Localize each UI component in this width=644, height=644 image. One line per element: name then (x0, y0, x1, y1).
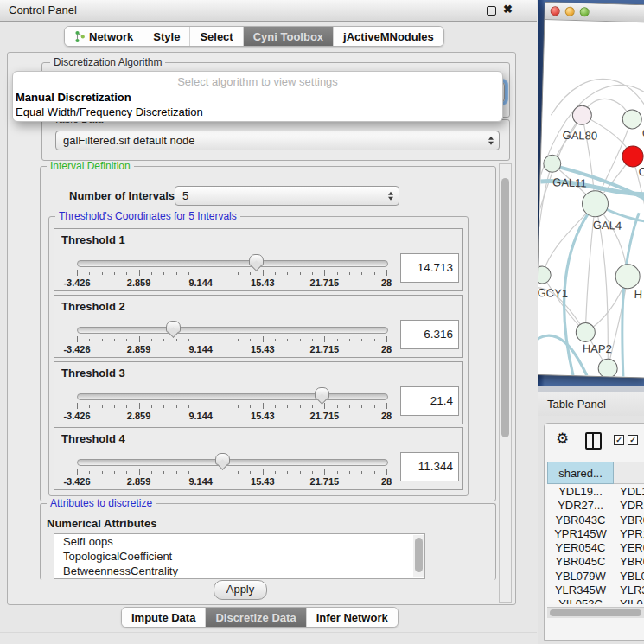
list-scrollbar[interactable] (413, 535, 424, 577)
column-header-n[interactable]: n (614, 462, 644, 484)
tick-mark (214, 405, 214, 408)
cell-name: YIL0 (620, 597, 643, 604)
axis-tick-label: 21.715 (310, 411, 340, 421)
threshold-value-field[interactable]: 11.344 (400, 452, 459, 481)
tab-cyni-toolbox[interactable]: Cyni Toolbox (244, 27, 334, 46)
axis-tick-label: 2.859 (127, 344, 151, 354)
tab-impute-data[interactable]: Impute Data (122, 608, 206, 627)
tick-mark (188, 339, 189, 341)
tick-mark (188, 272, 189, 275)
tick-mark (300, 272, 301, 275)
tick-mark (324, 403, 325, 409)
column-header-shared[interactable]: shared... (547, 462, 614, 484)
threshold-value-field[interactable]: 21.4 (400, 386, 459, 416)
panel-scrollbar[interactable] (499, 163, 512, 603)
node-hap2[interactable] (576, 322, 596, 342)
window-close-button[interactable] (551, 6, 560, 16)
table-row[interactable]: YPR145WYPR1 (547, 527, 644, 541)
node-gal4[interactable] (582, 190, 609, 217)
threshold-slider[interactable]: -3.4262.8599.14415.4321.71528 (77, 324, 386, 355)
tick-mark (374, 339, 375, 341)
horizontal-scrollbar[interactable] (547, 607, 644, 618)
tick-mark (386, 469, 387, 475)
checkbox-icon[interactable]: ✓ (614, 435, 624, 445)
tick-mark (349, 339, 350, 341)
gear-icon[interactable]: ⚙ (556, 430, 569, 448)
table-row[interactable]: YER054CYER0 (547, 541, 644, 555)
tab-infer-network[interactable]: Infer Network (307, 608, 398, 627)
node-gal[interactable] (622, 110, 642, 130)
cell-shared-name: YER054C (547, 541, 614, 555)
tick-mark (374, 272, 375, 275)
threshold-slider[interactable]: -3.4262.8599.14415.4321.71528 (77, 456, 386, 488)
network-canvas[interactable]: GAL80GALCGAL11GAL4GCY1HHAP2 (538, 3, 644, 377)
tab-jactivemnodules[interactable]: jActiveMNodules (334, 27, 443, 46)
table-row[interactable]: YDL19...YDL1 (547, 485, 644, 499)
table-row[interactable]: YDR27...YDR2 (547, 499, 644, 513)
table-data-combobox[interactable]: galFiltered.sif default node (55, 131, 500, 150)
slider-thumb[interactable] (166, 321, 181, 333)
network-window-titlebar[interactable] (545, 3, 644, 23)
slider-thumb[interactable] (215, 453, 230, 465)
table-row[interactable]: YBR045CYBR0 (547, 555, 644, 569)
table-row[interactable]: YBL079WYBL0 (547, 570, 644, 583)
threshold-panel-1: Threshold 1-3.4262.8599.14415.4321.71528… (54, 228, 463, 291)
tick-mark (386, 336, 387, 342)
attribute-item-selfloops[interactable]: SelfLoops (54, 534, 424, 549)
split-columns-icon[interactable] (585, 432, 602, 450)
slider-thumb[interactable] (249, 254, 264, 266)
close-icon[interactable]: ✖ (503, 3, 513, 16)
window-minimize-button[interactable] (565, 7, 575, 16)
tab-label: Infer Network (316, 611, 388, 624)
tab-style[interactable]: Style (143, 27, 190, 46)
tick-mark (361, 272, 362, 275)
table-row[interactable]: YBR043CYBR0 (547, 513, 644, 527)
network-window: GAL80GALCGAL11GAL4GCY1HHAP2 (538, 2, 644, 379)
node-label: H (634, 288, 642, 301)
tab-discretize-data[interactable]: Discretize Data (206, 608, 306, 627)
slider-ticks (77, 403, 386, 410)
float-window-icon[interactable] (487, 6, 496, 16)
node-unlabeled[interactable] (598, 359, 618, 378)
checkbox-icon[interactable]: ✓ (628, 435, 638, 445)
tab-label: Discretize Data (215, 611, 296, 624)
tick-mark (176, 339, 177, 341)
dropdown-option-manual-discretization[interactable]: Manual Discretization (13, 90, 502, 105)
tick-mark (201, 403, 201, 409)
node-h[interactable] (615, 264, 641, 289)
slider-track (77, 459, 388, 466)
window-zoom-button[interactable] (580, 7, 590, 16)
cell-shared-name: YBR043C (547, 513, 614, 527)
dropdown-options: Manual DiscretizationEqual Width/Frequen… (13, 90, 502, 119)
tab-select[interactable]: Select (190, 27, 243, 46)
table-row[interactable]: YLR345WYLR3 (547, 583, 644, 597)
attribute-item-betweennesscentrality[interactable]: BetweennessCentrality (54, 564, 424, 578)
slider-thumb[interactable] (315, 387, 329, 399)
tick-mark (287, 272, 288, 275)
threshold-panel-2: Threshold 2-3.4262.8599.14415.4321.71528… (54, 295, 463, 358)
node-gal80[interactable] (572, 105, 592, 125)
threshold-slider[interactable]: -3.4262.8599.14415.4321.71528 (77, 391, 386, 422)
threshold-value-field[interactable]: 14.713 (400, 253, 459, 283)
tab-network[interactable]: Network (65, 27, 143, 46)
tick-mark (312, 339, 313, 341)
node-gcy1[interactable] (538, 266, 551, 284)
tick-mark (324, 336, 325, 342)
app-root: Control Panel ✖ NetworkStyleSelectCyni T… (0, 0, 644, 644)
tab-label: Style (153, 30, 180, 43)
table-data-value: galFiltered.sif default node (63, 134, 194, 147)
tick-mark (89, 405, 90, 408)
num-intervals-combobox[interactable]: 5 (175, 186, 399, 206)
tick-mark (89, 471, 90, 474)
node-gal11[interactable] (543, 155, 561, 173)
table-row[interactable]: YIL052CYIL0 (547, 597, 644, 604)
dropdown-option-equal-width-frequency-discretization[interactable]: Equal Width/Frequency Discretization (13, 105, 502, 119)
attribute-item-topologicalcoefficient[interactable]: TopologicalCoefficient (54, 549, 424, 564)
threshold-value-field[interactable]: 6.316 (400, 320, 459, 349)
axis-tick-label: 9.144 (188, 344, 213, 354)
threshold-slider[interactable]: -3.4262.8599.14415.4321.71528 (77, 258, 386, 289)
slider-ticks (77, 469, 386, 475)
apply-button[interactable]: Apply (214, 580, 267, 600)
node-c[interactable] (622, 146, 644, 168)
tab-label: Cyni Toolbox (253, 30, 323, 43)
